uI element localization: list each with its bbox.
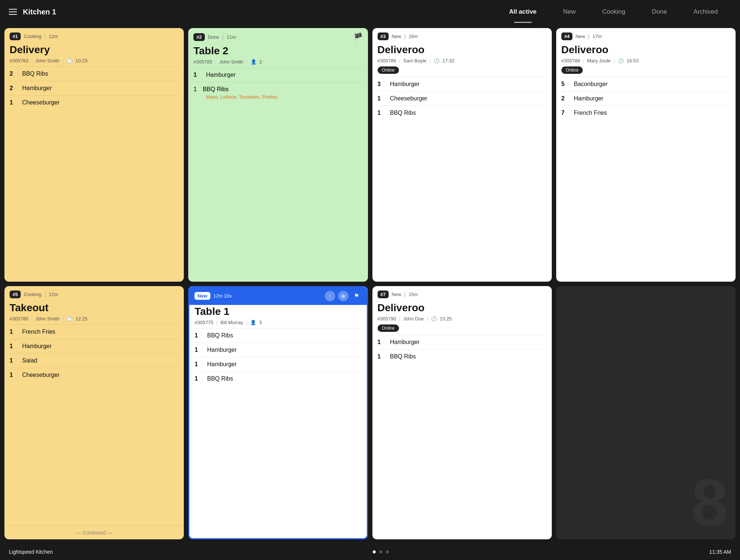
order-number-4: #305788 — [561, 58, 580, 63]
brand-label: Lightspeed Kitchen — [9, 549, 53, 555]
menu-icon[interactable] — [9, 9, 17, 15]
search-plus-icon[interactable]: ⊕ — [338, 291, 348, 301]
order-items-1: 2 BBQ Ribs 2 Hamburger 1 Cheeseburger — [4, 66, 184, 282]
card-number-1: #1 — [10, 32, 21, 40]
card-header-7: #7 New | 15m — [372, 286, 552, 301]
order-item: 2 Hamburger — [10, 81, 179, 95]
order-item: 1 Cheeseburger — [10, 95, 179, 110]
nav-tabs: All active New Cooking Done Archived — [496, 1, 731, 23]
order-number-1: #305783 — [10, 58, 28, 63]
order-card-1[interactable]: #1 Cooking | 12m Delivery #305783 | John… — [4, 28, 184, 282]
card-title-5: Takeout — [4, 301, 184, 316]
customer-name-1: John Smith — [35, 58, 59, 63]
clock-icon-7: 🕐 — [431, 316, 437, 322]
order-card-4[interactable]: #4 New | 17m Deliveroo #305788 | Mary Jo… — [556, 28, 736, 282]
big-number-8: 8 — [691, 469, 728, 536]
card-title-1: Delivery — [4, 43, 184, 58]
online-badge-7: Online — [378, 324, 399, 332]
order-item: 2 Hamburger — [561, 91, 730, 106]
card-meta-2: #305785 | John Smith | 👤 2 — [188, 59, 368, 68]
current-time: 11:35 AM — [709, 549, 731, 555]
clock-time-7: 15:25 — [440, 316, 452, 322]
card-title-6: Table 1 — [189, 305, 366, 320]
dot-3[interactable] — [386, 550, 389, 553]
card-header-5: #5 Cooking | 12m — [4, 286, 184, 301]
order-number-6: #305775 — [195, 320, 213, 325]
order-item: 5 Baconburger — [561, 77, 730, 91]
clock-icon-3: 🕐 — [434, 58, 440, 63]
order-number-7: #305790 — [378, 316, 396, 322]
card-status-4: New — [575, 34, 585, 39]
card-status-1: Cooking — [24, 34, 41, 39]
card-meta-4: #305788 | Mary Joule | 🕐 16:53 — [556, 58, 736, 66]
customer-name-3: Sam Boyle — [403, 58, 427, 63]
order-card-2[interactable]: #2 Done | 11m 🏴 Table 2 #305785 | John S… — [188, 28, 368, 282]
order-card-5[interactable]: #5 Cooking | 12m Takeout #305780 | John … — [4, 286, 184, 540]
card-actions-6: ↑ ⊕ ⚑ — [325, 291, 362, 301]
card-title-3: Deliveroo — [372, 43, 552, 58]
card-time-4: 17m — [592, 34, 602, 39]
tab-archived[interactable]: Archived — [680, 1, 731, 23]
order-item: 1 French Fries — [10, 324, 179, 339]
clock-icon-1: 🕐 — [66, 58, 72, 63]
order-item: 1 Cheeseburger — [378, 91, 547, 106]
card-title-7: Deliveroo — [372, 301, 552, 316]
card-meta-6: #305775 | Bill Murray | 👤 3 — [189, 320, 366, 328]
card-number-4: #4 — [561, 32, 572, 40]
tab-new[interactable]: New — [550, 1, 589, 23]
card-status-2: Done — [208, 34, 219, 40]
kitchen-title: Kitchen 1 — [23, 8, 56, 16]
customer-name-2: John Smith — [219, 59, 243, 65]
card-number-5: #5 — [10, 291, 21, 298]
order-number-5: #305780 — [10, 316, 28, 322]
order-item: 1 Hamburger — [195, 343, 361, 357]
order-item: 2 BBQ Ribs — [10, 66, 179, 81]
card-meta-5: #305780 | John Smith | 🕐 12:25 — [4, 316, 184, 324]
clock-time-4: 16:53 — [627, 58, 639, 63]
dot-2[interactable] — [379, 550, 382, 553]
order-item: 1 Salad — [10, 353, 179, 368]
order-number-2: #305785 — [193, 59, 212, 65]
order-item: 1 Cheeseburger — [10, 368, 179, 382]
page-dots — [373, 550, 389, 553]
card-title-4: Deliveroo — [556, 43, 736, 58]
customer-name-4: Mary Joule — [587, 58, 611, 63]
card-time-2: 11m — [227, 34, 236, 40]
order-item: 1 Hamburger — [195, 357, 361, 371]
card-meta-7: #305790 | John Doe | 🕐 15:25 — [372, 316, 552, 324]
order-items-5: 1 French Fries 1 Hamburger 1 Salad 1 Che… — [4, 324, 184, 526]
online-badge-4: Online — [561, 66, 583, 74]
order-card-3[interactable]: #3 New | 16m Deliveroo #305786 | Sam Boy… — [372, 28, 552, 282]
order-item: 3 Hamburger — [378, 77, 547, 91]
tab-done[interactable]: Done — [639, 1, 680, 23]
clock-icon-5: 🕐 — [66, 316, 72, 322]
order-items-6: 1 BBQ Ribs 1 Hamburger 1 Hamburger 1 BBQ… — [189, 328, 366, 539]
order-card-7[interactable]: #7 New | 15m Deliveroo #305790 | John Do… — [372, 286, 552, 540]
order-items-4: 5 Baconburger 2 Hamburger 7 French Fries — [556, 77, 736, 282]
card-header-6: New 12m 10s ↑ ⊕ ⚑ — [189, 287, 366, 305]
card-meta-3: #305786 | Sam Boyle | 🕐 17:32 — [372, 58, 552, 66]
order-item: 1 BBQ Ribs Mayo, Lettuce, Tomatoes, Pick… — [193, 82, 362, 103]
clock-time-3: 17:32 — [443, 58, 455, 63]
order-item: 1 Hamburger — [378, 335, 547, 349]
card-status-3: New — [392, 34, 401, 39]
order-grid: #1 Cooking | 12m Delivery #305783 | John… — [0, 24, 740, 544]
order-card-6[interactable]: New 12m 10s ↑ ⊕ ⚑ Table 1 #305775 | Bill… — [188, 286, 368, 540]
card-number-2: #2 — [193, 33, 204, 41]
order-item: 1 Hamburger — [193, 68, 362, 82]
customer-name-7: John Doe — [403, 316, 424, 322]
dot-1[interactable] — [373, 550, 376, 553]
card-header-3: #3 New | 16m — [372, 28, 552, 43]
order-item: 7 French Fries — [561, 106, 730, 120]
tab-cooking[interactable]: Cooking — [589, 1, 639, 23]
card-status-5: Cooking — [24, 292, 41, 297]
customer-name-5: John Smith — [35, 316, 59, 322]
up-arrow-icon[interactable]: ↑ — [325, 291, 335, 301]
bottombar: Lightspeed Kitchen 11:35 AM — [0, 544, 740, 560]
flag-icon-6[interactable]: ⚑ — [351, 291, 362, 301]
card-header-4: #4 New | 17m — [556, 28, 736, 43]
card-number-7: #7 — [378, 291, 389, 298]
tab-all-active[interactable]: All active — [496, 1, 550, 23]
online-badge-3: Online — [378, 66, 399, 74]
card-header-1: #1 Cooking | 12m — [4, 28, 184, 43]
